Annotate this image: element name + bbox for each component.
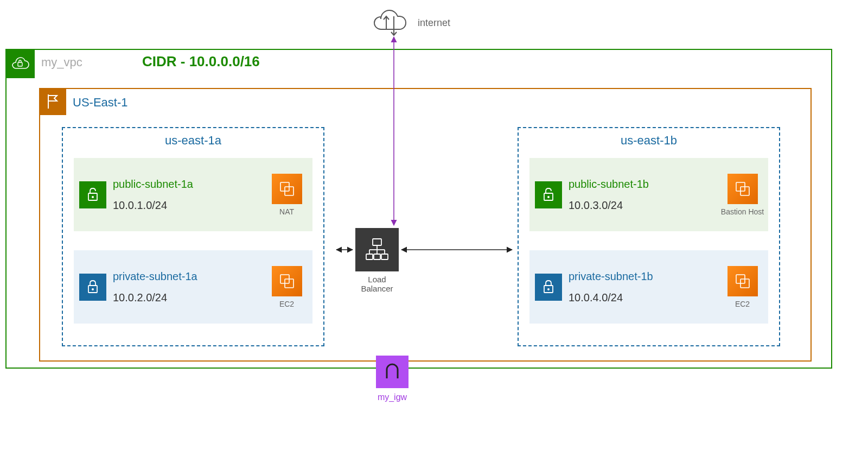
subnet-name: private-subnet-1a bbox=[113, 270, 261, 283]
vpc-cidr: CIDR - 10.0.0.0/16 bbox=[142, 53, 260, 70]
vpc-name: my_vpc bbox=[41, 55, 82, 69]
subnet-cidr: 10.0.3.0/24 bbox=[569, 199, 717, 212]
vpc-cloud-lock-icon bbox=[5, 49, 35, 78]
host-label: EC2 bbox=[279, 300, 294, 308]
cloud-icon bbox=[369, 3, 412, 43]
region-name: US-East-1 bbox=[73, 96, 127, 110]
load-balancer-icon bbox=[355, 228, 399, 271]
svg-rect-20 bbox=[373, 239, 381, 245]
flag-icon bbox=[39, 88, 66, 115]
svg-rect-22 bbox=[374, 254, 380, 259]
az-a-name: us-east-1a bbox=[63, 134, 323, 148]
subnet-cidr: 10.0.1.0/24 bbox=[113, 199, 261, 212]
svg-point-17 bbox=[547, 288, 550, 290]
load-balancer: Load Balancer bbox=[353, 228, 401, 293]
gateway-icon bbox=[376, 356, 409, 388]
igw-name: my_igw bbox=[376, 392, 409, 402]
availability-zone-a: us-east-1a public-subnet-1a 10.0.1.0/24 bbox=[62, 127, 324, 346]
subnet-cidr: 10.0.2.0/24 bbox=[113, 292, 261, 304]
internet-gateway: my_igw bbox=[376, 356, 409, 402]
svg-point-5 bbox=[92, 196, 94, 198]
svg-rect-23 bbox=[381, 254, 388, 259]
ec2-icon bbox=[272, 174, 302, 204]
ec2-icon bbox=[272, 266, 302, 296]
internet-label: internet bbox=[418, 17, 450, 29]
host-label: EC2 bbox=[735, 300, 750, 308]
ec2-icon bbox=[727, 266, 758, 296]
lock-icon bbox=[535, 274, 562, 301]
availability-zone-b: us-east-1b public-subnet-1b 10.0.3.0/24 bbox=[518, 127, 780, 346]
internet: internet bbox=[369, 3, 450, 43]
svg-rect-2 bbox=[18, 62, 22, 66]
vpc-container: my_vpc CIDR - 10.0.0.0/16 US-East-1 us-e… bbox=[5, 49, 832, 369]
svg-point-9 bbox=[92, 288, 94, 290]
load-balancer-label: Load Balancer bbox=[353, 275, 401, 293]
host-label: Bastion Host bbox=[721, 207, 764, 216]
private-subnet-1a: private-subnet-1a 10.0.2.0/24 EC2 bbox=[74, 250, 312, 324]
subnet-name: private-subnet-1b bbox=[569, 270, 717, 283]
public-subnet-1a: public-subnet-1a 10.0.1.0/24 NAT bbox=[74, 158, 312, 231]
svg-rect-21 bbox=[366, 254, 373, 259]
ec2-icon bbox=[727, 174, 758, 204]
region-container: US-East-1 us-east-1a public-subnet-1a 1 bbox=[39, 88, 812, 362]
az-b-name: us-east-1b bbox=[519, 134, 779, 148]
lock-open-icon bbox=[79, 181, 106, 208]
host-label: NAT bbox=[279, 207, 294, 216]
lock-open-icon bbox=[535, 181, 562, 208]
private-subnet-1b: private-subnet-1b 10.0.4.0/24 EC2 bbox=[529, 250, 768, 324]
public-subnet-1b: public-subnet-1b 10.0.3.0/24 Bastion Hos… bbox=[529, 158, 768, 231]
subnet-name: public-subnet-1a bbox=[113, 178, 261, 191]
svg-point-13 bbox=[547, 196, 550, 198]
subnet-cidr: 10.0.4.0/24 bbox=[569, 292, 717, 304]
lock-icon bbox=[79, 274, 106, 301]
subnet-name: public-subnet-1b bbox=[569, 178, 717, 191]
